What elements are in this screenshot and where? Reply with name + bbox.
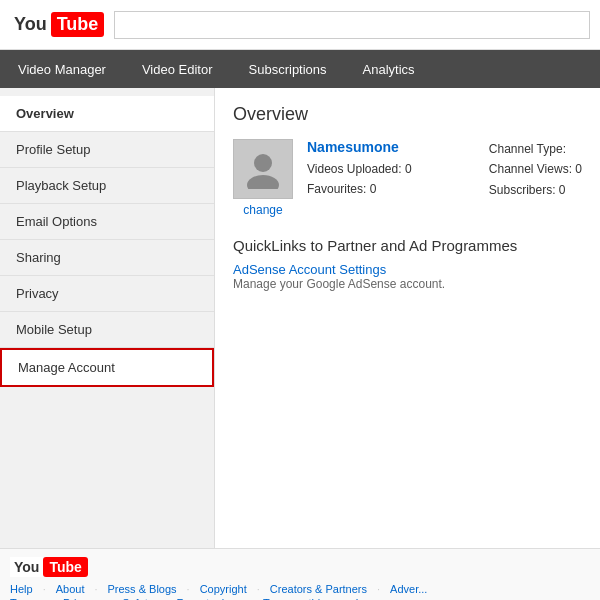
sidebar-item-manage-account[interactable]: Manage Account xyxy=(0,348,214,387)
sidebar-item-overview[interactable]: Overview xyxy=(0,96,214,132)
sidebar: Overview Profile Setup Playback Setup Em… xyxy=(0,88,215,548)
profile-stats: Videos Uploaded: 0 Favourites: 0 xyxy=(307,159,455,200)
subscribers-label: Subscribers: xyxy=(489,183,556,197)
footer-links-row1: Help · About · Press & Blogs · Copyright… xyxy=(10,583,590,595)
videos-uploaded-label: Videos Uploaded: xyxy=(307,162,402,176)
sidebar-item-sharing[interactable]: Sharing xyxy=(0,240,214,276)
sidebar-item-profile-setup[interactable]: Profile Setup xyxy=(0,132,214,168)
footer-link-adver[interactable]: Adver... xyxy=(390,583,427,595)
favourites-label: Favourites: xyxy=(307,182,366,196)
footer-link-help[interactable]: Help xyxy=(10,583,33,595)
profile-info: Namesumone Videos Uploaded: 0 Favourites… xyxy=(307,139,455,200)
quicklinks-title: QuickLinks to Partner and Ad Programmes xyxy=(233,237,582,254)
sidebar-item-privacy[interactable]: Privacy xyxy=(0,276,214,312)
channel-info: Channel Type: Channel Views: 0 Subscribe… xyxy=(489,139,582,200)
navbar: Video Manager Video Editor Subscriptions… xyxy=(0,50,600,88)
sidebar-item-mobile-setup[interactable]: Mobile Setup xyxy=(0,312,214,348)
content-area: Overview change Namesumone Videos Upload… xyxy=(215,88,600,548)
footer-link-about[interactable]: About xyxy=(56,583,85,595)
videos-uploaded-value: 0 xyxy=(405,162,412,176)
header: YouTube xyxy=(0,0,600,50)
footer-link-creators-partners[interactable]: Creators & Partners xyxy=(270,583,367,595)
adsense-quicklink: AdSense Account Settings Manage your Goo… xyxy=(233,262,582,291)
avatar-container: change xyxy=(233,139,293,217)
sidebar-item-email-options[interactable]: Email Options xyxy=(0,204,214,240)
svg-point-1 xyxy=(247,175,279,189)
nav-analytics[interactable]: Analytics xyxy=(345,50,433,88)
logo-you: You xyxy=(10,12,51,37)
adsense-desc: Manage your Google AdSense account. xyxy=(233,277,582,291)
svg-point-0 xyxy=(254,154,272,172)
username: Namesumone xyxy=(307,139,455,155)
nav-video-manager[interactable]: Video Manager xyxy=(0,50,124,88)
footer-logo: YouTube xyxy=(10,557,590,577)
nav-subscriptions[interactable]: Subscriptions xyxy=(231,50,345,88)
logo-tube: Tube xyxy=(51,12,105,37)
adsense-link[interactable]: AdSense Account Settings xyxy=(233,262,386,277)
search-input[interactable] xyxy=(114,11,590,39)
channel-views-value: 0 xyxy=(575,162,582,176)
main-layout: Overview Profile Setup Playback Setup Em… xyxy=(0,88,600,548)
avatar-icon xyxy=(243,149,283,189)
nav-video-editor[interactable]: Video Editor xyxy=(124,50,231,88)
subscribers-value: 0 xyxy=(559,183,566,197)
footer-logo-tube: Tube xyxy=(43,557,87,577)
channel-views-label: Channel Views: xyxy=(489,162,572,176)
favourites-value: 0 xyxy=(370,182,377,196)
page-title: Overview xyxy=(233,104,582,125)
quicklinks-section: QuickLinks to Partner and Ad Programmes … xyxy=(233,237,582,291)
footer-link-press-blogs[interactable]: Press & Blogs xyxy=(108,583,177,595)
footer-logo-you: You xyxy=(10,557,43,577)
avatar xyxy=(233,139,293,199)
footer-link-copyright[interactable]: Copyright xyxy=(200,583,247,595)
change-avatar-link[interactable]: change xyxy=(243,203,282,217)
sidebar-item-playback-setup[interactable]: Playback Setup xyxy=(0,168,214,204)
profile-section: change Namesumone Videos Uploaded: 0 Fav… xyxy=(233,139,582,217)
footer: YouTube Help · About · Press & Blogs · C… xyxy=(0,548,600,600)
channel-type-label: Channel Type: xyxy=(489,142,566,156)
youtube-logo: YouTube xyxy=(10,12,104,37)
